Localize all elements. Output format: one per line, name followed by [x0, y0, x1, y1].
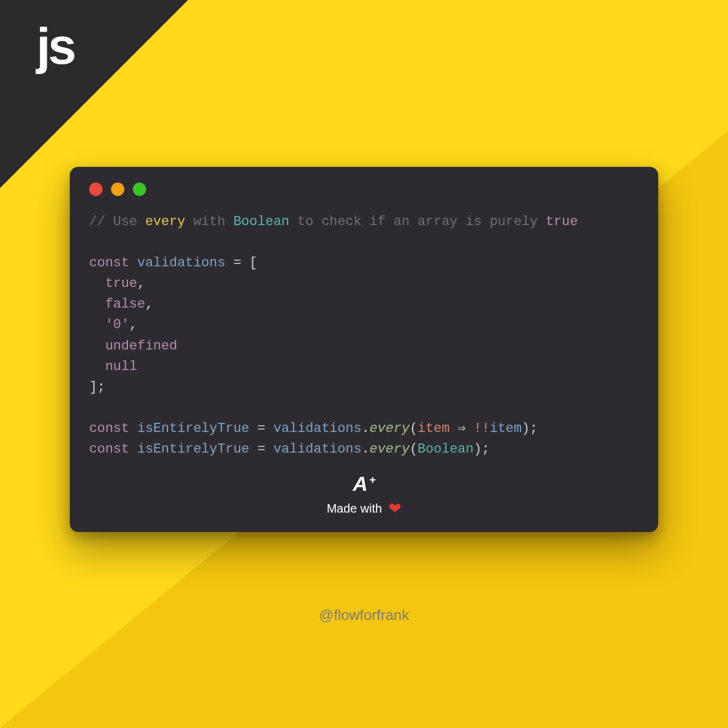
id-validations: validations: [274, 442, 362, 457]
made-with-label: Made with: [326, 502, 382, 516]
op-dot: .: [362, 442, 369, 457]
made-with-badge: A+ Made with ❤: [89, 472, 639, 516]
op-rbracket: ];: [89, 380, 105, 395]
id-isentirelytrue: isEntirelyTrue: [137, 421, 249, 436]
op-lparen: (: [410, 442, 417, 457]
comma: ,: [129, 317, 137, 332]
indent: [89, 317, 105, 332]
comment-text: // Use: [89, 214, 145, 229]
comment-text: to check if an array is purely: [289, 214, 545, 229]
op-eq: =: [249, 421, 274, 436]
fn-every: every: [369, 421, 410, 436]
id-boolean: Boolean: [417, 442, 473, 457]
lit-null: null: [105, 359, 137, 374]
op-rparen: );: [474, 442, 490, 457]
js-logo-text: js: [36, 17, 74, 76]
comment-boolean: Boolean: [234, 214, 289, 229]
indent: [89, 276, 105, 291]
kw-const: const: [89, 442, 129, 457]
kw-const: const: [89, 255, 129, 271]
comment-text: with: [185, 214, 233, 229]
close-icon[interactable]: [89, 183, 103, 196]
lit-undefined: undefined: [105, 339, 177, 354]
id-item: item: [417, 421, 450, 436]
made-with-text: Made with ❤: [326, 500, 401, 516]
op-eq: =: [225, 255, 249, 271]
indent: [89, 339, 105, 354]
id-validations: validations: [274, 421, 362, 436]
lit-true: true: [105, 276, 137, 291]
aplus-logo: A+: [352, 472, 375, 496]
code-block: // Use every with Boolean to check if an…: [89, 212, 639, 460]
comma: ,: [145, 297, 153, 312]
window-controls: [89, 183, 639, 196]
comment-every: every: [145, 214, 185, 229]
op-arrow: ⇒: [450, 421, 474, 436]
comment-true: true: [546, 214, 578, 229]
indent: [89, 297, 105, 312]
op-bangbang: !!: [474, 421, 490, 436]
aplus-plus: +: [369, 474, 376, 487]
op-dot: .: [362, 421, 369, 436]
comma: ,: [137, 276, 145, 291]
op-lparen: (: [410, 421, 417, 436]
lit-false: false: [105, 297, 145, 312]
zoom-icon[interactable]: [133, 183, 146, 196]
code-window: // Use every with Boolean to check if an…: [70, 167, 658, 532]
heart-icon: ❤: [388, 500, 402, 516]
minimize-icon[interactable]: [111, 183, 124, 196]
op-eq: =: [249, 442, 274, 457]
op-rparen: );: [522, 421, 538, 436]
id-isentirelytrue: isEntirelyTrue: [137, 442, 249, 457]
id-item: item: [490, 421, 522, 436]
kw-const: const: [89, 421, 129, 436]
indent: [89, 359, 105, 374]
op-lbracket: [: [249, 255, 257, 271]
id-validations: validations: [137, 255, 225, 271]
author-handle: @flowforfrank: [0, 607, 728, 624]
fn-every: every: [369, 442, 410, 457]
lit-zero: '0': [105, 317, 129, 332]
aplus-a: A: [352, 472, 367, 496]
